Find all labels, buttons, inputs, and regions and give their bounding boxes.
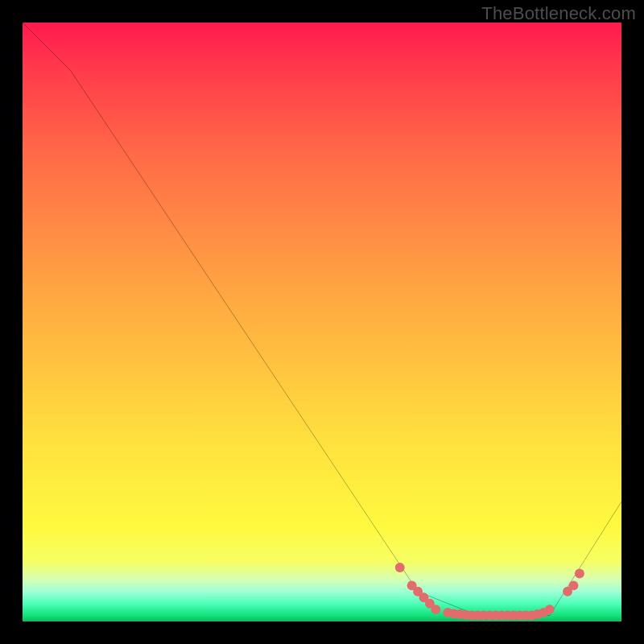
marker-dot [575,569,584,579]
chart-frame: TheBottleneck.com [0,0,644,644]
marker-dot [569,580,579,590]
plot-area [23,23,621,621]
marker-dot [431,605,440,614]
marker-dot [545,605,555,614]
chart-svg [23,23,621,621]
trend-line [23,23,621,616]
attribution-label: TheBottleneck.com [481,3,636,24]
marker-group [395,563,584,620]
trend-line-group [23,23,621,616]
marker-dot [395,563,405,572]
